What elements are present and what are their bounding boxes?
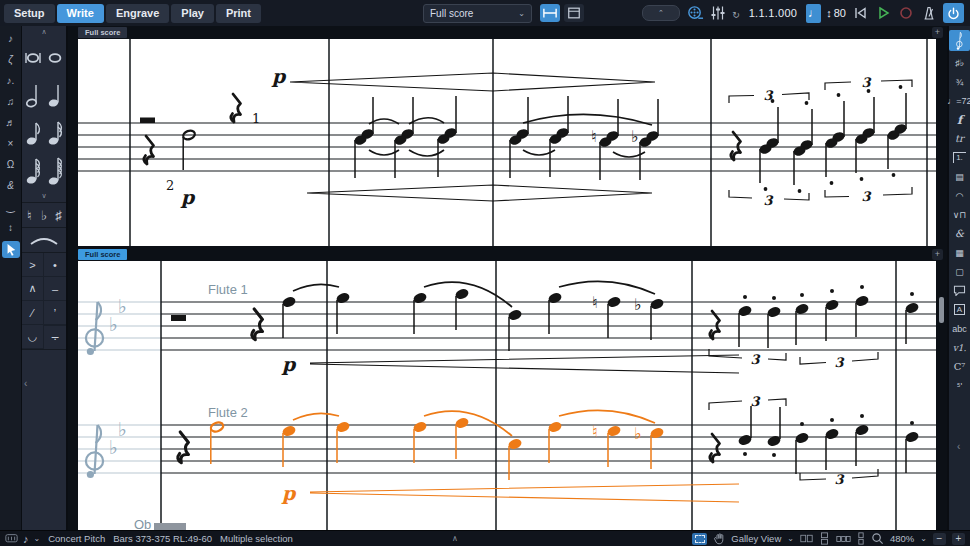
holds-pauses-icon[interactable]: ◠ [949, 188, 970, 203]
view-mode-select[interactable]: Galley View [731, 533, 781, 544]
chevron-down-icon[interactable]: ⌄ [920, 534, 927, 543]
vertical-spread-icon[interactable] [857, 532, 865, 545]
repeat-endings-icon[interactable]: 1. [949, 150, 970, 165]
top-panel-add-tab-button[interactable]: + [932, 27, 943, 38]
duration-quarter-button[interactable] [44, 76, 66, 114]
top-bar2-chords[interactable] [353, 96, 458, 178]
voice2-dynamic[interactable]: p [180, 186, 196, 208]
comments-icon[interactable] [949, 283, 970, 298]
duration-half-button[interactable] [22, 76, 44, 114]
chevron-down-icon[interactable]: ⌄ [34, 534, 41, 543]
layout-select[interactable]: Full score ⌄ [423, 4, 532, 23]
unstress-button[interactable]: ◡ [22, 325, 44, 349]
tempo-panel-icon[interactable]: ♩=72 [949, 93, 970, 108]
click-button[interactable] [920, 4, 938, 22]
mute-tool-icon[interactable]: × [3, 136, 19, 151]
chevron-down-icon[interactable]: ⌄ [787, 534, 794, 543]
record-button[interactable] [897, 4, 915, 22]
flute1-flat[interactable]: ♭ [634, 295, 642, 314]
chord-symbols-icon[interactable]: C⁷ [949, 359, 970, 374]
flute1-keysig-flat[interactable]: ♭ [118, 295, 127, 317]
tab-setup[interactable]: Setup [4, 4, 55, 23]
sharp-button[interactable]: ♯ [51, 203, 66, 227]
flute1-natural[interactable]: ♮ [592, 293, 598, 312]
duration-breve-button[interactable] [22, 38, 44, 76]
activate-project-button[interactable] [943, 3, 964, 23]
staccatissimo-stroke-button[interactable]: ⁄ [22, 301, 44, 325]
galley-view-button[interactable] [540, 4, 560, 22]
lyrics-icon[interactable]: abc [949, 321, 970, 336]
tempo-display[interactable]: ↕ 80 [826, 7, 846, 19]
duration-whole-button[interactable] [44, 38, 66, 76]
zoom-level-select[interactable]: 480% [890, 533, 914, 544]
page-view-button[interactable] [564, 4, 584, 22]
tab-play[interactable]: Play [171, 4, 214, 23]
tenuto-button[interactable]: – [44, 277, 66, 301]
top-bar3-chords[interactable]: ♮ ♭ [508, 96, 660, 180]
concert-pitch-label[interactable]: Concert Pitch [48, 533, 105, 544]
pages-side-by-side-icon[interactable] [800, 533, 813, 544]
fingering-icon[interactable]: ⁵' [949, 378, 970, 393]
time-signatures-icon[interactable]: ¾ [949, 74, 970, 89]
flute2-staff-label[interactable]: Flute 2 [208, 405, 248, 420]
marquee-select-button[interactable] [692, 533, 707, 545]
divisi-icon[interactable]: v1. [949, 340, 970, 355]
top-panel-tab[interactable]: Full score [78, 27, 127, 38]
status-expand-chevron[interactable]: ∧ [452, 534, 458, 543]
top-score-canvas[interactable]: 2 p 1 p [78, 39, 936, 246]
text-icon[interactable]: A [949, 302, 970, 317]
duration-eighth-button[interactable] [22, 114, 44, 152]
flute1-keysig-flat[interactable]: ♭ [109, 313, 118, 335]
tab-write[interactable]: Write [57, 4, 104, 23]
right-panel-collapse-chevron[interactable]: ‹ [957, 441, 960, 452]
horizontal-spread-icon[interactable] [836, 534, 851, 544]
hand-tool-icon[interactable] [713, 532, 725, 545]
flute1-dynamic[interactable]: p [281, 353, 297, 375]
flute2-dynamic[interactable]: p [281, 482, 297, 504]
mixer-button[interactable] [709, 4, 727, 22]
flat-accidental[interactable]: ♭ [631, 127, 639, 146]
bottom-panel-tab[interactable]: Full score [78, 249, 127, 260]
play-button[interactable] [874, 4, 892, 22]
pages-stacked-icon[interactable] [819, 532, 830, 545]
sync-icon[interactable]: ↻ [732, 10, 740, 20]
dynamics-icon[interactable]: f [949, 112, 970, 127]
flat-button[interactable]: ♭ [37, 203, 52, 227]
staccato-button[interactable]: • [44, 253, 66, 277]
duration-sixtyfourth-button[interactable] [44, 152, 66, 190]
flute1-clef-icon[interactable] [86, 302, 103, 355]
playing-techniques-icon[interactable]: ∨⊓ [949, 207, 970, 222]
flute2-natural[interactable]: ♮ [592, 422, 598, 441]
flute2-clef-icon[interactable] [86, 425, 103, 478]
duration-thirtysecond-button[interactable] [22, 152, 44, 190]
natural-button[interactable]: ♮ [22, 203, 37, 227]
flute2-flat[interactable]: ♭ [634, 424, 642, 443]
ornaments-icon[interactable]: tr [949, 131, 970, 146]
clefs-icon[interactable]: & [949, 226, 970, 241]
loure-button[interactable]: ∸ [44, 325, 66, 349]
notes-panel-icon[interactable] [949, 30, 970, 51]
durations-scroll-up[interactable]: ∧ [22, 26, 66, 38]
flip-tool-icon[interactable]: ↕ [3, 220, 19, 235]
grace-note-tool-icon[interactable]: ♬ [3, 115, 19, 130]
zoom-out-button[interactable]: − [933, 533, 946, 545]
lock-tool-icon[interactable]: Ω [3, 157, 19, 172]
flute1-staff-label[interactable]: Flute 1 [208, 282, 248, 297]
note-input-tool-icon[interactable]: ♪ [3, 31, 19, 46]
slur-button[interactable] [22, 228, 66, 253]
left-panel-collapse-chevron[interactable]: ‹ [24, 378, 27, 389]
bars-barlines-icon[interactable]: ▤ [949, 169, 970, 184]
duration-sixteenth-button[interactable] [44, 114, 66, 152]
key-signatures-icon[interactable]: ♯♭ [949, 55, 970, 70]
dotted-note-tool-icon[interactable]: ♪. [3, 73, 19, 88]
accent-button[interactable]: > [22, 253, 44, 277]
bottom-panel-add-tab-button[interactable]: + [932, 249, 943, 260]
frames-icon[interactable]: ▢ [949, 264, 970, 279]
zoom-in-button[interactable]: + [952, 533, 965, 545]
tuplet-tool-icon[interactable]: ♫ [3, 94, 19, 109]
rewind-button[interactable] [851, 4, 869, 22]
tie-tool-icon[interactable]: ‿ [3, 199, 19, 214]
video-button[interactable] [686, 4, 704, 22]
durations-scroll-down[interactable]: ∨ [22, 190, 66, 202]
note-input-value-icon[interactable]: ♪ [23, 533, 29, 545]
